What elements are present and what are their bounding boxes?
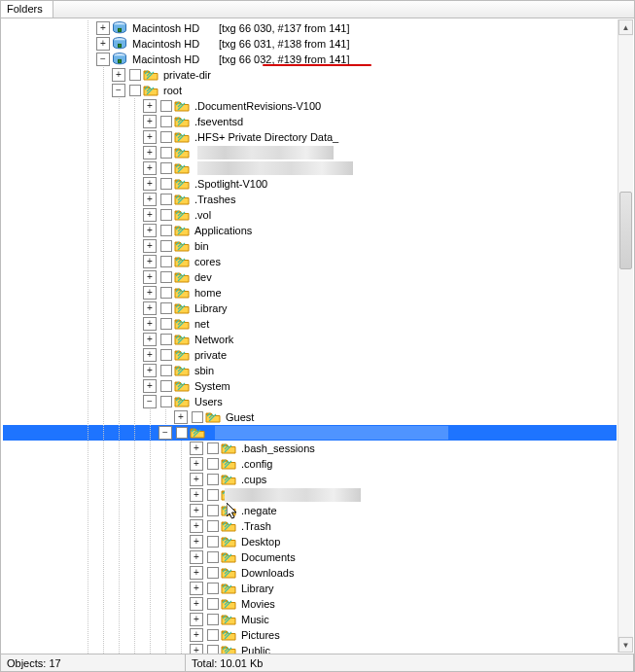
tree-checkbox[interactable] bbox=[207, 583, 219, 594]
expand-toggle[interactable]: + bbox=[112, 68, 125, 82]
expand-toggle[interactable]: + bbox=[96, 37, 110, 51]
tree-checkbox[interactable] bbox=[160, 318, 172, 330]
expand-toggle[interactable]: + bbox=[143, 270, 157, 284]
tree-row[interactable]: +.fseventsd bbox=[3, 114, 617, 129]
tree-row[interactable]: +Downloads bbox=[3, 565, 617, 581]
collapse-toggle[interactable]: − bbox=[96, 53, 110, 66]
expand-toggle[interactable]: + bbox=[190, 442, 203, 455]
tree-row[interactable]: +Desktop bbox=[3, 534, 617, 549]
tree-row[interactable]: +Pictures bbox=[3, 627, 617, 643]
tree-row[interactable]: +.Trash bbox=[3, 518, 617, 534]
expand-toggle[interactable]: + bbox=[143, 99, 157, 113]
expand-toggle[interactable]: + bbox=[143, 286, 157, 300]
expand-toggle[interactable]: + bbox=[143, 208, 157, 222]
tree-checkbox[interactable] bbox=[160, 380, 172, 392]
tree-row[interactable]: +.DocumentRevisions-V100 bbox=[3, 98, 617, 114]
tree-row[interactable]: −Users bbox=[3, 394, 617, 409]
tree-row[interactable]: + bbox=[3, 145, 617, 160]
tree-row[interactable]: +Applications bbox=[3, 223, 617, 238]
expand-toggle[interactable]: + bbox=[143, 379, 157, 393]
tree-checkbox[interactable] bbox=[160, 100, 172, 112]
tree-checkbox[interactable] bbox=[207, 489, 219, 501]
tree-checkbox[interactable] bbox=[207, 458, 219, 470]
tree-row[interactable]: +.config bbox=[3, 456, 617, 472]
tree-checkbox[interactable] bbox=[207, 505, 219, 516]
tree-row[interactable]: +dev bbox=[3, 269, 617, 285]
tree-row[interactable]: +.negate bbox=[3, 503, 617, 518]
tree-checkbox[interactable] bbox=[160, 225, 172, 236]
expand-toggle[interactable]: + bbox=[143, 146, 157, 159]
tree-checkbox[interactable] bbox=[207, 645, 219, 654]
tree-checkbox[interactable] bbox=[160, 162, 172, 174]
expand-toggle[interactable]: + bbox=[143, 301, 157, 315]
scroll-track[interactable] bbox=[618, 36, 633, 636]
expand-toggle[interactable]: + bbox=[143, 177, 157, 191]
tree-checkbox[interactable] bbox=[160, 396, 172, 407]
tree-checkbox[interactable] bbox=[207, 598, 219, 610]
expand-toggle[interactable]: + bbox=[143, 255, 157, 268]
tree-checkbox[interactable] bbox=[207, 520, 219, 532]
scroll-thumb[interactable] bbox=[619, 192, 632, 269]
tree-checkbox[interactable] bbox=[207, 629, 219, 641]
expand-toggle[interactable]: + bbox=[190, 628, 203, 642]
tree-row[interactable]: +bin bbox=[3, 238, 617, 254]
tree-row[interactable]: +.HFS+ Private Directory Data_ bbox=[3, 129, 617, 145]
tree-checkbox[interactable] bbox=[160, 194, 172, 205]
tree-row[interactable]: +Guest bbox=[3, 409, 617, 425]
expand-toggle[interactable]: + bbox=[143, 161, 157, 175]
tree-row[interactable]: +Macintosh HD[txg 66 030, #137 from 141] bbox=[3, 20, 617, 36]
tree-row[interactable]: +Music bbox=[3, 612, 617, 627]
tree-row[interactable]: +Macintosh HD[txg 66 031, #138 from 141] bbox=[3, 36, 617, 52]
expand-toggle[interactable]: + bbox=[143, 239, 157, 253]
tree-checkbox[interactable] bbox=[207, 614, 219, 625]
expand-toggle[interactable]: + bbox=[190, 597, 203, 611]
expand-toggle[interactable]: + bbox=[190, 582, 203, 595]
expand-toggle[interactable]: + bbox=[96, 21, 110, 35]
tree-row[interactable]: +Documents bbox=[3, 549, 617, 565]
tree-row[interactable]: + bbox=[3, 160, 617, 176]
tree-checkbox[interactable] bbox=[207, 567, 219, 579]
tab-folders[interactable]: Folders bbox=[1, 1, 53, 18]
tree-row[interactable]: +Public bbox=[3, 643, 617, 654]
tree-checkbox[interactable] bbox=[160, 116, 172, 127]
expand-toggle[interactable]: + bbox=[190, 473, 203, 486]
expand-toggle[interactable]: + bbox=[190, 644, 203, 654]
tree-row[interactable]: +Network bbox=[3, 332, 617, 347]
tree-checkbox[interactable] bbox=[160, 131, 172, 143]
tree-row[interactable]: +private bbox=[3, 347, 617, 363]
tree-row[interactable]: +.cups bbox=[3, 472, 617, 487]
expand-toggle[interactable]: + bbox=[143, 193, 157, 206]
expand-toggle[interactable]: + bbox=[143, 224, 157, 237]
tree-row[interactable]: +sbin bbox=[3, 363, 617, 378]
expand-toggle[interactable]: + bbox=[190, 519, 203, 533]
tree-checkbox[interactable] bbox=[160, 334, 172, 345]
tree-checkbox[interactable] bbox=[176, 427, 188, 439]
tree-row[interactable]: − bbox=[3, 425, 617, 441]
collapse-toggle[interactable]: − bbox=[159, 426, 172, 440]
tree-row[interactable]: +.Trashes bbox=[3, 192, 617, 207]
tree-checkbox[interactable] bbox=[160, 365, 172, 376]
tree-row[interactable]: +.Spotlight-V100 bbox=[3, 176, 617, 192]
tree-row[interactable]: +System bbox=[3, 378, 617, 394]
expand-toggle[interactable]: + bbox=[190, 457, 203, 471]
expand-toggle[interactable]: + bbox=[190, 535, 203, 548]
tree-row[interactable]: +.vol bbox=[3, 207, 617, 223]
tree-checkbox[interactable] bbox=[207, 536, 219, 548]
tree-checkbox[interactable] bbox=[207, 474, 219, 485]
collapse-toggle[interactable]: − bbox=[143, 395, 157, 408]
tree-row[interactable]: +Library bbox=[3, 581, 617, 596]
expand-toggle[interactable]: + bbox=[190, 504, 203, 517]
expand-toggle[interactable]: + bbox=[190, 613, 203, 626]
collapse-toggle[interactable]: − bbox=[112, 84, 125, 97]
tree[interactable]: +Macintosh HD[txg 66 030, #137 from 141]… bbox=[3, 20, 617, 654]
tree-checkbox[interactable] bbox=[160, 256, 172, 267]
expand-toggle[interactable]: + bbox=[143, 348, 157, 362]
tree-row[interactable]: +private-dir bbox=[3, 67, 617, 83]
expand-toggle[interactable]: + bbox=[190, 488, 203, 502]
expand-toggle[interactable]: + bbox=[143, 130, 157, 144]
tree-checkbox[interactable] bbox=[160, 349, 172, 361]
tree-checkbox[interactable] bbox=[160, 178, 172, 190]
tree-checkbox[interactable] bbox=[160, 147, 172, 159]
vertical-scrollbar[interactable]: ▲ ▼ bbox=[617, 19, 633, 653]
tree-checkbox[interactable] bbox=[207, 551, 219, 563]
